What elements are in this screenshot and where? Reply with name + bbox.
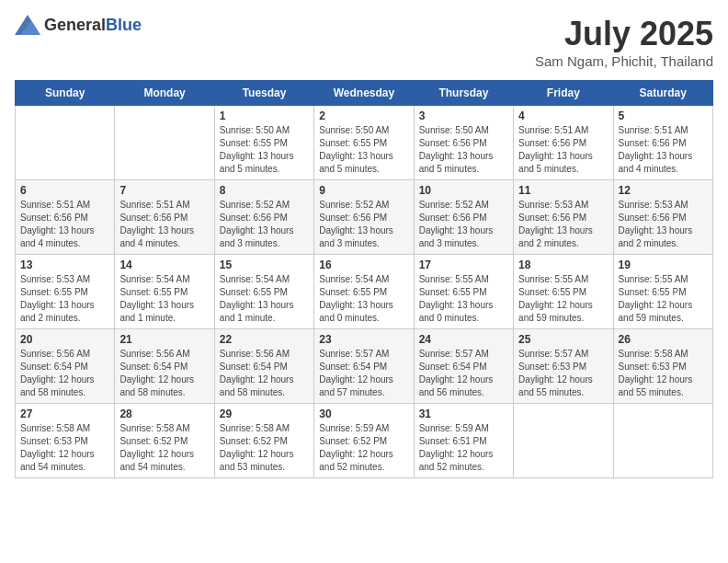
day-number: 29: [220, 408, 309, 420]
calendar-cell: 9Sunrise: 5:52 AMSunset: 6:56 PMDaylight…: [314, 180, 414, 255]
day-number: 6: [20, 184, 109, 197]
calendar-cell: 15Sunrise: 5:54 AMSunset: 6:55 PMDayligh…: [214, 255, 313, 329]
calendar-cell: 2Sunrise: 5:50 AMSunset: 6:55 PMDaylight…: [314, 106, 414, 180]
calendar-cell: [115, 106, 214, 180]
day-detail: Sunrise: 5:57 AMSunset: 6:53 PMDaylight:…: [518, 348, 608, 399]
calendar-cell: 25Sunrise: 5:57 AMSunset: 6:53 PMDayligh…: [514, 329, 613, 404]
weekday-header: Sunday: [16, 81, 115, 106]
calendar-cell: 22Sunrise: 5:56 AMSunset: 6:54 PMDayligh…: [214, 329, 313, 404]
title-block: July 2025 Sam Ngam, Phichit, Thailand: [535, 15, 713, 69]
day-number: 9: [319, 184, 408, 197]
day-number: 13: [20, 259, 109, 271]
day-detail: Sunrise: 5:56 AMSunset: 6:54 PMDaylight:…: [119, 348, 209, 399]
calendar-table: SundayMondayTuesdayWednesdayThursdayFrid…: [15, 80, 713, 478]
calendar-cell: 11Sunrise: 5:53 AMSunset: 6:56 PMDayligh…: [514, 180, 613, 255]
day-detail: Sunrise: 5:52 AMSunset: 6:56 PMDaylight:…: [220, 199, 309, 250]
day-detail: Sunrise: 5:50 AMSunset: 6:56 PMDaylight:…: [419, 124, 508, 176]
day-detail: Sunrise: 5:52 AMSunset: 6:56 PMDaylight:…: [419, 199, 508, 250]
day-number: 21: [119, 333, 209, 346]
calendar-cell: 1Sunrise: 5:50 AMSunset: 6:55 PMDaylight…: [214, 106, 313, 180]
weekday-header: Friday: [514, 81, 613, 106]
calendar-cell: 30Sunrise: 5:59 AMSunset: 6:52 PMDayligh…: [314, 404, 414, 478]
calendar-title: July 2025: [535, 15, 713, 53]
calendar-cell: 21Sunrise: 5:56 AMSunset: 6:54 PMDayligh…: [115, 329, 214, 404]
calendar-week-row: 13Sunrise: 5:53 AMSunset: 6:55 PMDayligh…: [16, 255, 713, 329]
day-number: 23: [319, 333, 408, 346]
day-number: 19: [619, 259, 708, 271]
page-header: GeneralBlue July 2025 Sam Ngam, Phichit,…: [15, 15, 713, 69]
day-number: 28: [119, 408, 209, 420]
day-detail: Sunrise: 5:53 AMSunset: 6:56 PMDaylight:…: [619, 199, 708, 250]
day-detail: Sunrise: 5:55 AMSunset: 6:55 PMDaylight:…: [518, 273, 608, 325]
day-detail: Sunrise: 5:58 AMSunset: 6:53 PMDaylight:…: [619, 348, 708, 399]
weekday-header: Thursday: [414, 81, 513, 106]
calendar-cell: 23Sunrise: 5:57 AMSunset: 6:54 PMDayligh…: [314, 329, 414, 404]
day-number: 5: [619, 109, 708, 122]
day-number: 18: [518, 259, 608, 271]
calendar-week-row: 20Sunrise: 5:56 AMSunset: 6:54 PMDayligh…: [16, 329, 713, 404]
day-detail: Sunrise: 5:51 AMSunset: 6:56 PMDaylight:…: [119, 199, 209, 250]
day-number: 16: [319, 259, 408, 271]
day-number: 8: [220, 184, 309, 197]
calendar-week-row: 1Sunrise: 5:50 AMSunset: 6:55 PMDaylight…: [16, 106, 713, 180]
day-number: 30: [319, 408, 408, 420]
day-number: 25: [518, 333, 608, 346]
day-detail: Sunrise: 5:51 AMSunset: 6:56 PMDaylight:…: [518, 124, 608, 176]
day-detail: Sunrise: 5:50 AMSunset: 6:55 PMDaylight:…: [319, 124, 408, 176]
day-detail: Sunrise: 5:58 AMSunset: 6:52 PMDaylight:…: [119, 422, 209, 474]
calendar-cell: 5Sunrise: 5:51 AMSunset: 6:56 PMDaylight…: [613, 106, 712, 180]
day-number: 3: [419, 109, 508, 122]
logo: GeneralBlue: [15, 15, 142, 35]
calendar-cell: 14Sunrise: 5:54 AMSunset: 6:55 PMDayligh…: [115, 255, 214, 329]
day-number: 22: [220, 333, 309, 346]
day-number: 17: [419, 259, 508, 271]
day-detail: Sunrise: 5:56 AMSunset: 6:54 PMDaylight:…: [220, 348, 309, 399]
weekday-header: Saturday: [613, 81, 712, 106]
calendar-cell: 17Sunrise: 5:55 AMSunset: 6:55 PMDayligh…: [414, 255, 513, 329]
day-detail: Sunrise: 5:53 AMSunset: 6:56 PMDaylight:…: [518, 199, 608, 250]
calendar-cell: 24Sunrise: 5:57 AMSunset: 6:54 PMDayligh…: [414, 329, 513, 404]
calendar-week-row: 27Sunrise: 5:58 AMSunset: 6:53 PMDayligh…: [16, 404, 713, 478]
calendar-cell: 18Sunrise: 5:55 AMSunset: 6:55 PMDayligh…: [514, 255, 613, 329]
day-detail: Sunrise: 5:58 AMSunset: 6:53 PMDaylight:…: [20, 422, 109, 474]
day-number: 26: [619, 333, 708, 346]
day-detail: Sunrise: 5:59 AMSunset: 6:52 PMDaylight:…: [319, 422, 408, 474]
day-number: 27: [20, 408, 109, 420]
day-detail: Sunrise: 5:54 AMSunset: 6:55 PMDaylight:…: [319, 273, 408, 325]
day-number: 11: [518, 184, 608, 197]
calendar-location: Sam Ngam, Phichit, Thailand: [535, 53, 713, 69]
day-detail: Sunrise: 5:57 AMSunset: 6:54 PMDaylight:…: [419, 348, 508, 399]
weekday-header: Wednesday: [314, 81, 414, 106]
calendar-cell: 31Sunrise: 5:59 AMSunset: 6:51 PMDayligh…: [414, 404, 513, 478]
day-number: 1: [220, 109, 309, 122]
calendar-cell: 20Sunrise: 5:56 AMSunset: 6:54 PMDayligh…: [16, 329, 115, 404]
day-number: 4: [518, 109, 608, 122]
day-number: 7: [119, 184, 209, 197]
calendar-cell: 4Sunrise: 5:51 AMSunset: 6:56 PMDaylight…: [514, 106, 613, 180]
calendar-cell: 3Sunrise: 5:50 AMSunset: 6:56 PMDaylight…: [414, 106, 513, 180]
day-detail: Sunrise: 5:58 AMSunset: 6:52 PMDaylight:…: [220, 422, 309, 474]
day-number: 31: [419, 408, 508, 420]
weekday-header: Monday: [115, 81, 214, 106]
day-number: 15: [220, 259, 309, 271]
calendar-cell: 19Sunrise: 5:55 AMSunset: 6:55 PMDayligh…: [613, 255, 712, 329]
calendar-cell: [514, 404, 613, 478]
calendar-cell: 6Sunrise: 5:51 AMSunset: 6:56 PMDaylight…: [16, 180, 115, 255]
calendar-cell: 7Sunrise: 5:51 AMSunset: 6:56 PMDaylight…: [115, 180, 214, 255]
calendar-cell: 10Sunrise: 5:52 AMSunset: 6:56 PMDayligh…: [414, 180, 513, 255]
logo-blue: Blue: [106, 16, 142, 34]
day-detail: Sunrise: 5:56 AMSunset: 6:54 PMDaylight:…: [20, 348, 109, 399]
day-number: 2: [319, 109, 408, 122]
day-number: 10: [419, 184, 508, 197]
day-detail: Sunrise: 5:54 AMSunset: 6:55 PMDaylight:…: [220, 273, 309, 325]
day-number: 20: [20, 333, 109, 346]
logo-icon: [15, 15, 40, 35]
calendar-cell: 28Sunrise: 5:58 AMSunset: 6:52 PMDayligh…: [115, 404, 214, 478]
day-detail: Sunrise: 5:54 AMSunset: 6:55 PMDaylight:…: [119, 273, 209, 325]
day-detail: Sunrise: 5:55 AMSunset: 6:55 PMDaylight:…: [619, 273, 708, 325]
calendar-cell: 29Sunrise: 5:58 AMSunset: 6:52 PMDayligh…: [214, 404, 313, 478]
day-detail: Sunrise: 5:52 AMSunset: 6:56 PMDaylight:…: [319, 199, 408, 250]
day-number: 24: [419, 333, 508, 346]
weekday-header-row: SundayMondayTuesdayWednesdayThursdayFrid…: [16, 81, 713, 106]
day-detail: Sunrise: 5:50 AMSunset: 6:55 PMDaylight:…: [220, 124, 309, 176]
